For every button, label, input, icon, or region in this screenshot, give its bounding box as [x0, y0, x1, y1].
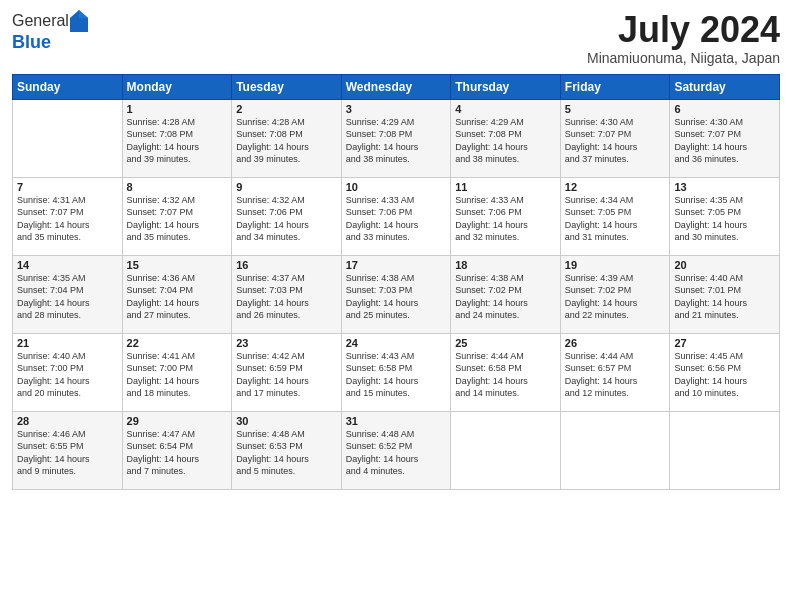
day-info: Sunrise: 4:39 AM Sunset: 7:02 PM Dayligh… — [565, 272, 666, 322]
logo-blue-text: Blue — [12, 32, 90, 53]
day-number: 5 — [565, 103, 666, 115]
weekday-header-wednesday: Wednesday — [341, 74, 451, 99]
weekday-header-thursday: Thursday — [451, 74, 561, 99]
day-info: Sunrise: 4:42 AM Sunset: 6:59 PM Dayligh… — [236, 350, 337, 400]
day-info: Sunrise: 4:44 AM Sunset: 6:57 PM Dayligh… — [565, 350, 666, 400]
day-info: Sunrise: 4:28 AM Sunset: 7:08 PM Dayligh… — [127, 116, 228, 166]
calendar-cell: 27Sunrise: 4:45 AM Sunset: 6:56 PM Dayli… — [670, 333, 780, 411]
day-info: Sunrise: 4:35 AM Sunset: 7:04 PM Dayligh… — [17, 272, 118, 322]
calendar-cell: 22Sunrise: 4:41 AM Sunset: 7:00 PM Dayli… — [122, 333, 232, 411]
calendar-cell: 12Sunrise: 4:34 AM Sunset: 7:05 PM Dayli… — [560, 177, 670, 255]
calendar-cell: 26Sunrise: 4:44 AM Sunset: 6:57 PM Dayli… — [560, 333, 670, 411]
svg-marker-1 — [79, 10, 88, 18]
calendar-cell: 17Sunrise: 4:38 AM Sunset: 7:03 PM Dayli… — [341, 255, 451, 333]
page-container: General Blue July 2024 Minamiuonuma, Nii… — [0, 0, 792, 500]
day-number: 29 — [127, 415, 228, 427]
weekday-header-sunday: Sunday — [13, 74, 123, 99]
day-number: 19 — [565, 259, 666, 271]
calendar-cell: 8Sunrise: 4:32 AM Sunset: 7:07 PM Daylig… — [122, 177, 232, 255]
logo-general-text: General — [12, 12, 69, 30]
calendar-cell: 15Sunrise: 4:36 AM Sunset: 7:04 PM Dayli… — [122, 255, 232, 333]
calendar-cell: 23Sunrise: 4:42 AM Sunset: 6:59 PM Dayli… — [232, 333, 342, 411]
day-number: 28 — [17, 415, 118, 427]
day-number: 22 — [127, 337, 228, 349]
calendar-cell: 29Sunrise: 4:47 AM Sunset: 6:54 PM Dayli… — [122, 411, 232, 489]
day-info: Sunrise: 4:29 AM Sunset: 7:08 PM Dayligh… — [346, 116, 447, 166]
calendar-cell — [13, 99, 123, 177]
calendar-cell: 16Sunrise: 4:37 AM Sunset: 7:03 PM Dayli… — [232, 255, 342, 333]
calendar-cell: 9Sunrise: 4:32 AM Sunset: 7:06 PM Daylig… — [232, 177, 342, 255]
day-number: 20 — [674, 259, 775, 271]
day-number: 21 — [17, 337, 118, 349]
calendar-cell: 11Sunrise: 4:33 AM Sunset: 7:06 PM Dayli… — [451, 177, 561, 255]
day-number: 30 — [236, 415, 337, 427]
day-info: Sunrise: 4:36 AM Sunset: 7:04 PM Dayligh… — [127, 272, 228, 322]
day-number: 17 — [346, 259, 447, 271]
week-row-5: 28Sunrise: 4:46 AM Sunset: 6:55 PM Dayli… — [13, 411, 780, 489]
day-number: 25 — [455, 337, 556, 349]
header: General Blue July 2024 Minamiuonuma, Nii… — [12, 10, 780, 66]
calendar-cell: 7Sunrise: 4:31 AM Sunset: 7:07 PM Daylig… — [13, 177, 123, 255]
calendar-cell: 24Sunrise: 4:43 AM Sunset: 6:58 PM Dayli… — [341, 333, 451, 411]
day-info: Sunrise: 4:33 AM Sunset: 7:06 PM Dayligh… — [346, 194, 447, 244]
day-info: Sunrise: 4:41 AM Sunset: 7:00 PM Dayligh… — [127, 350, 228, 400]
title-block: July 2024 Minamiuonuma, Niigata, Japan — [587, 10, 780, 66]
day-info: Sunrise: 4:38 AM Sunset: 7:02 PM Dayligh… — [455, 272, 556, 322]
logo: General Blue — [12, 10, 90, 53]
weekday-header-friday: Friday — [560, 74, 670, 99]
calendar-cell: 19Sunrise: 4:39 AM Sunset: 7:02 PM Dayli… — [560, 255, 670, 333]
calendar-cell: 1Sunrise: 4:28 AM Sunset: 7:08 PM Daylig… — [122, 99, 232, 177]
day-number: 14 — [17, 259, 118, 271]
calendar-cell: 18Sunrise: 4:38 AM Sunset: 7:02 PM Dayli… — [451, 255, 561, 333]
calendar-cell: 21Sunrise: 4:40 AM Sunset: 7:00 PM Dayli… — [13, 333, 123, 411]
weekday-header-row: SundayMondayTuesdayWednesdayThursdayFrid… — [13, 74, 780, 99]
location: Minamiuonuma, Niigata, Japan — [587, 50, 780, 66]
day-info: Sunrise: 4:30 AM Sunset: 7:07 PM Dayligh… — [674, 116, 775, 166]
calendar-cell: 20Sunrise: 4:40 AM Sunset: 7:01 PM Dayli… — [670, 255, 780, 333]
day-number: 16 — [236, 259, 337, 271]
day-number: 18 — [455, 259, 556, 271]
day-info: Sunrise: 4:30 AM Sunset: 7:07 PM Dayligh… — [565, 116, 666, 166]
day-number: 24 — [346, 337, 447, 349]
day-info: Sunrise: 4:44 AM Sunset: 6:58 PM Dayligh… — [455, 350, 556, 400]
day-number: 11 — [455, 181, 556, 193]
calendar-cell: 3Sunrise: 4:29 AM Sunset: 7:08 PM Daylig… — [341, 99, 451, 177]
day-number: 6 — [674, 103, 775, 115]
week-row-2: 7Sunrise: 4:31 AM Sunset: 7:07 PM Daylig… — [13, 177, 780, 255]
day-number: 13 — [674, 181, 775, 193]
day-info: Sunrise: 4:33 AM Sunset: 7:06 PM Dayligh… — [455, 194, 556, 244]
day-info: Sunrise: 4:40 AM Sunset: 7:01 PM Dayligh… — [674, 272, 775, 322]
day-number: 8 — [127, 181, 228, 193]
day-info: Sunrise: 4:35 AM Sunset: 7:05 PM Dayligh… — [674, 194, 775, 244]
day-info: Sunrise: 4:46 AM Sunset: 6:55 PM Dayligh… — [17, 428, 118, 478]
day-info: Sunrise: 4:38 AM Sunset: 7:03 PM Dayligh… — [346, 272, 447, 322]
calendar-cell: 10Sunrise: 4:33 AM Sunset: 7:06 PM Dayli… — [341, 177, 451, 255]
day-number: 27 — [674, 337, 775, 349]
day-number: 1 — [127, 103, 228, 115]
weekday-header-tuesday: Tuesday — [232, 74, 342, 99]
day-number: 23 — [236, 337, 337, 349]
day-number: 3 — [346, 103, 447, 115]
day-info: Sunrise: 4:32 AM Sunset: 7:06 PM Dayligh… — [236, 194, 337, 244]
calendar-cell: 25Sunrise: 4:44 AM Sunset: 6:58 PM Dayli… — [451, 333, 561, 411]
calendar-cell: 4Sunrise: 4:29 AM Sunset: 7:08 PM Daylig… — [451, 99, 561, 177]
day-info: Sunrise: 4:40 AM Sunset: 7:00 PM Dayligh… — [17, 350, 118, 400]
day-info: Sunrise: 4:45 AM Sunset: 6:56 PM Dayligh… — [674, 350, 775, 400]
calendar-cell: 14Sunrise: 4:35 AM Sunset: 7:04 PM Dayli… — [13, 255, 123, 333]
day-number: 10 — [346, 181, 447, 193]
day-info: Sunrise: 4:29 AM Sunset: 7:08 PM Dayligh… — [455, 116, 556, 166]
calendar-cell: 31Sunrise: 4:48 AM Sunset: 6:52 PM Dayli… — [341, 411, 451, 489]
weekday-header-saturday: Saturday — [670, 74, 780, 99]
day-info: Sunrise: 4:37 AM Sunset: 7:03 PM Dayligh… — [236, 272, 337, 322]
calendar-cell: 6Sunrise: 4:30 AM Sunset: 7:07 PM Daylig… — [670, 99, 780, 177]
calendar-cell: 5Sunrise: 4:30 AM Sunset: 7:07 PM Daylig… — [560, 99, 670, 177]
day-info: Sunrise: 4:43 AM Sunset: 6:58 PM Dayligh… — [346, 350, 447, 400]
month-title: July 2024 — [587, 10, 780, 50]
week-row-4: 21Sunrise: 4:40 AM Sunset: 7:00 PM Dayli… — [13, 333, 780, 411]
calendar-cell: 28Sunrise: 4:46 AM Sunset: 6:55 PM Dayli… — [13, 411, 123, 489]
calendar-cell — [670, 411, 780, 489]
day-number: 31 — [346, 415, 447, 427]
day-number: 9 — [236, 181, 337, 193]
calendar-cell: 2Sunrise: 4:28 AM Sunset: 7:08 PM Daylig… — [232, 99, 342, 177]
day-info: Sunrise: 4:47 AM Sunset: 6:54 PM Dayligh… — [127, 428, 228, 478]
